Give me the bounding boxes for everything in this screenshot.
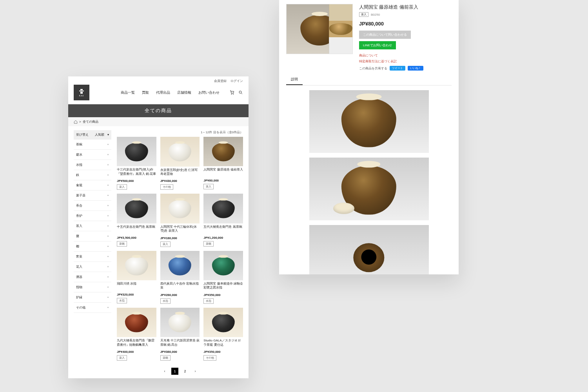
- product-card-title: Studio GALA／スタジオガラ茶籠 夏仕込: [203, 339, 243, 347]
- expand-icon: +: [107, 306, 109, 309]
- pager-next[interactable]: ›: [192, 368, 199, 375]
- category-item[interactable]: 食籠+: [74, 180, 111, 191]
- login-link[interactable]: ログイン: [230, 79, 243, 83]
- category-item[interactable]: 建水+: [74, 150, 111, 160]
- category-item[interactable]: 花入+: [74, 262, 111, 272]
- nav-buy[interactable]: 買取: [142, 90, 149, 95]
- expand-icon: +: [107, 163, 109, 167]
- category-item[interactable]: 鉄+: [74, 170, 111, 180]
- breadcrumb-current: 全ての商品: [83, 120, 98, 124]
- product-thumb: [117, 251, 156, 280]
- product-card[interactable]: 十三代楽吉左衛門(惺入)作『望斎書付』黒茶入 銘:花車JP¥500,000茶入: [117, 137, 156, 190]
- category-item[interactable]: 炉縁+: [74, 292, 111, 303]
- product-thumb: [117, 137, 156, 166]
- expand-icon: +: [107, 275, 109, 279]
- product-card-title: 天耳庵 十三代坂田泥華造 萩茶碗 銘:高台: [160, 339, 200, 347]
- line-inquiry-button[interactable]: LINEでお問い合わせ: [359, 41, 396, 49]
- law-link[interactable]: 特定商取引法に基づく表記: [359, 59, 452, 64]
- share-label: この商品を共有する: [359, 66, 387, 71]
- product-card[interactable]: 人間国宝 十代三輪休和(休雪)造 萩茶入JP¥180,000茶入: [160, 194, 200, 247]
- category-item[interactable]: 棗+: [74, 231, 111, 241]
- sidebar: 並び替え 人気順 ▾ 茶碗+建水+水指+鉄+食籠+菓子器+香合+香炉+茶入+棗+…: [74, 130, 111, 378]
- expand-icon: +: [107, 285, 109, 289]
- shipping-link[interactable]: 商品について: [359, 53, 452, 58]
- product-price: JP¥80,000: [359, 21, 452, 27]
- nav-contact[interactable]: お問い合わせ: [198, 90, 220, 95]
- home-icon[interactable]: [74, 120, 78, 124]
- category-item[interactable]: 菓子器+: [74, 191, 111, 201]
- product-card[interactable]: 十五代楽吉左衛門造 黒茶碗JP¥3,500,000茶碗: [117, 194, 156, 247]
- product-card-title: 十五代楽吉左衛門造 黒茶碗: [117, 225, 156, 233]
- product-card-tag: その他: [160, 184, 173, 190]
- category-item[interactable]: 茶碗+: [74, 140, 111, 150]
- product-card-title: 飛田川焼 水指: [117, 282, 156, 290]
- product-card-tag: 茶碗: [117, 241, 127, 247]
- category-label: 富葉: [76, 254, 82, 259]
- pager-page-1[interactable]: 1: [171, 368, 178, 375]
- category-item[interactable]: 香炉+: [74, 211, 111, 221]
- product-card-tag: 水指: [117, 298, 127, 303]
- expand-icon: +: [107, 234, 109, 238]
- tweet-button[interactable]: ツイート: [390, 66, 405, 71]
- category-item[interactable]: 富葉+: [74, 252, 111, 262]
- category-label: 香合: [76, 203, 82, 208]
- svg-rect-2: [80, 92, 83, 94]
- product-thumb: [160, 194, 200, 223]
- product-card-tag: 茶入: [117, 355, 127, 361]
- listing-page: 会員登録 ログイン KAI 商品一覧 買取 代理出品 店舗情報 お問い合わせ 全…: [68, 76, 249, 378]
- product-card[interactable]: 五代大樋長左衛門造 黒茶碗JP¥1,200,000茶碗: [203, 194, 243, 247]
- product-card-tag: 茶入: [203, 184, 214, 189]
- category-label: 酒器: [76, 275, 82, 279]
- product-card[interactable]: 飛田川焼 水指JP¥320,000水指: [117, 251, 156, 304]
- pager-prev[interactable]: ‹: [161, 368, 168, 375]
- expand-icon: +: [107, 265, 109, 269]
- category-label: 指物: [76, 285, 82, 289]
- product-card[interactable]: 人間国宝 藤本能道作 緑釉金彩鷺之図水指JP¥350,000水指: [203, 251, 243, 304]
- category-item[interactable]: 水指+: [74, 160, 111, 170]
- category-item[interactable]: 茶入+: [74, 221, 111, 231]
- product-card-price: JP¥430,000: [160, 179, 200, 183]
- category-item[interactable]: 香合+: [74, 201, 111, 211]
- expand-icon: +: [107, 296, 109, 299]
- svg-rect-1: [79, 91, 84, 91]
- product-card[interactable]: Studio GALA／スタジオガラ茶籠 夏仕込JP¥350,000その他: [203, 308, 243, 361]
- page-title-banner: 全ての商品: [68, 104, 249, 117]
- category-label: 鉄: [76, 173, 79, 177]
- nav-products[interactable]: 商品一覧: [121, 90, 135, 95]
- nav-consign[interactable]: 代理出品: [156, 90, 170, 95]
- search-icon[interactable]: [238, 90, 243, 95]
- product-thumb: [160, 308, 200, 338]
- cart-icon[interactable]: [230, 90, 234, 95]
- category-label: 建水: [76, 152, 82, 157]
- breadcrumb: > 全ての商品: [68, 117, 249, 126]
- product-card-price: JP¥180,000: [160, 236, 200, 240]
- category-label: 菓子器: [76, 193, 85, 198]
- category-item[interactable]: その他+: [74, 303, 111, 313]
- category-item[interactable]: 指物+: [74, 282, 111, 292]
- main-nav: 商品一覧 買取 代理出品 店舗情報 お問い合わせ: [121, 90, 220, 95]
- product-card[interactable]: 四代眞田八十吉作 彩釉水指 葉JP¥280,000水指: [160, 251, 200, 304]
- nav-store[interactable]: 店舗情報: [177, 90, 191, 95]
- category-label: 食籠: [76, 183, 82, 187]
- product-card-price: JP¥350,000: [203, 350, 243, 354]
- category-item[interactable]: 棚+: [74, 241, 111, 252]
- expand-icon: +: [107, 143, 109, 146]
- inquiry-button[interactable]: この商品について問い合わせる: [359, 31, 411, 39]
- category-item[interactable]: 酒器+: [74, 272, 111, 282]
- register-link[interactable]: 会員登録: [214, 79, 227, 83]
- product-card[interactable]: 九代大樋長左衛門造『鵬雲斎書付』飴釉鶴亀茶入JP¥400,000茶入: [117, 308, 156, 361]
- detail-image-3: [309, 225, 429, 274]
- sort-select[interactable]: 人気順 ▾: [93, 130, 111, 139]
- category-label: 茶入: [76, 224, 82, 228]
- sort-label: 並び替え: [74, 130, 93, 139]
- like-button[interactable]: いいね！: [408, 66, 423, 71]
- product-card[interactable]: 人間国宝 藤原雄造 備前茶入JP¥80,000茶入: [203, 137, 243, 190]
- site-logo[interactable]: KAI: [74, 85, 89, 100]
- product-main-image[interactable]: [286, 4, 353, 54]
- product-card[interactable]: 永楽善五郎(妙全)造 仁清写 寿老置物JP¥430,000その他: [160, 137, 200, 190]
- tab-description[interactable]: 説明: [286, 74, 303, 85]
- category-label: 香炉: [76, 214, 82, 218]
- product-card-title: 十三代楽吉左衛門(惺入)作『望斎書付』黒茶入 銘:花車: [117, 168, 156, 176]
- pager-page-2[interactable]: 2: [181, 368, 189, 375]
- product-card[interactable]: 天耳庵 十三代坂田泥華造 萩茶碗 銘:高台JP¥380,000茶碗: [160, 308, 200, 361]
